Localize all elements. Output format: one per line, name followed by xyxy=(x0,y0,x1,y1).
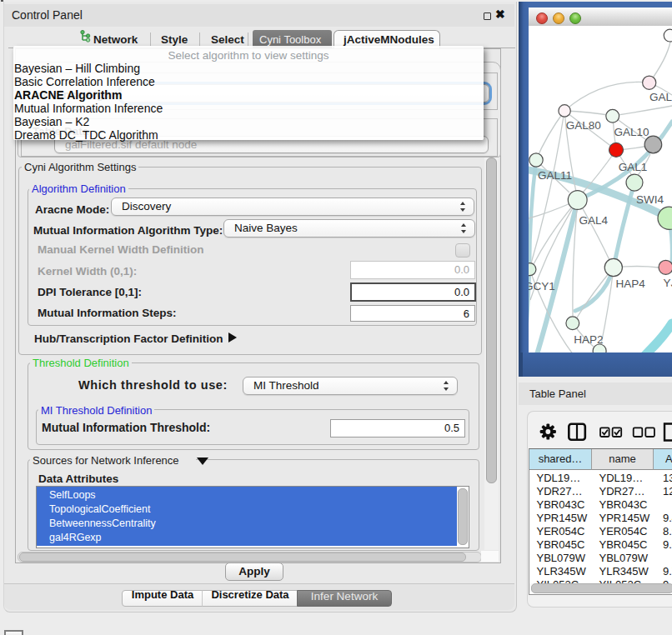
svg-text:GAL11: GAL11 xyxy=(538,169,572,182)
svg-text:HAP4: HAP4 xyxy=(616,278,646,290)
svg-text:YJ: YJ xyxy=(664,277,672,289)
svg-text:GAL7: GAL7 xyxy=(649,91,672,103)
svg-text:GCY1: GCY1 xyxy=(529,280,555,292)
svg-text:GAL1: GAL1 xyxy=(619,161,648,173)
svg-text:GAL80: GAL80 xyxy=(566,119,601,132)
svg-text:GAL10: GAL10 xyxy=(614,126,649,138)
svg-text:GAL4: GAL4 xyxy=(579,214,608,227)
svg-text:HAP2: HAP2 xyxy=(574,333,603,346)
svg-text:SWI4: SWI4 xyxy=(636,193,664,206)
